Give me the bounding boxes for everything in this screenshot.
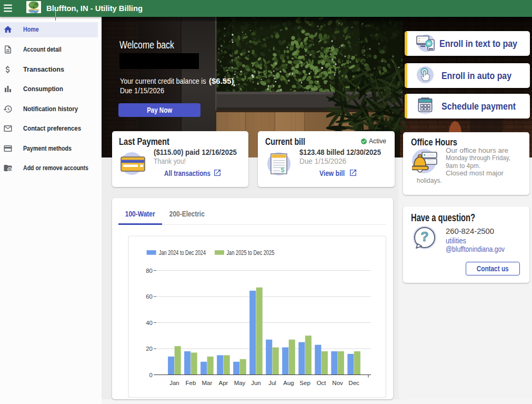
- svg-text:?: ?: [420, 229, 428, 244]
- svg-text:60: 60: [146, 293, 153, 300]
- svg-text:40: 40: [146, 319, 153, 326]
- svg-text:Jul: Jul: [268, 380, 276, 386]
- svg-text:Jan 2025 to Dec 2025: Jan 2025 to Dec 2025: [226, 249, 274, 256]
- svg-text:80: 80: [146, 267, 153, 273]
- svg-text:$: $: [281, 166, 285, 174]
- svg-text:Jan: Jan: [169, 380, 179, 386]
- svg-text:Apr: Apr: [219, 380, 228, 386]
- svg-text:Dec: Dec: [348, 380, 359, 386]
- svg-text:Feb: Feb: [185, 380, 196, 386]
- svg-text:May: May: [234, 380, 246, 386]
- svg-text:Mar: Mar: [202, 380, 212, 386]
- svg-text:Oct: Oct: [317, 380, 327, 386]
- svg-text:Sep: Sep: [299, 380, 310, 386]
- svg-text:Nov: Nov: [332, 380, 343, 386]
- svg-text:Jan 2024 to Dec 2024: Jan 2024 to Dec 2024: [159, 249, 206, 256]
- svg-text:0: 0: [149, 371, 153, 378]
- svg-text:Jun: Jun: [251, 380, 261, 386]
- svg-text:20: 20: [146, 346, 153, 352]
- svg-text:Aug: Aug: [283, 380, 294, 386]
